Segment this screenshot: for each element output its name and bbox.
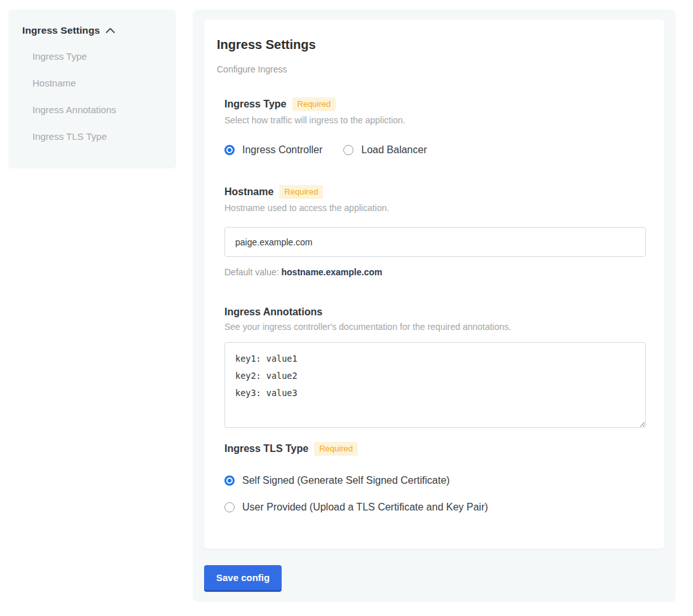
page-subtitle: Configure Ingress [217,64,645,74]
hostname-help: Hostname used to access the application. [224,203,645,213]
default-value-prefix: Default value: [224,267,282,277]
required-badge: Required [314,442,358,456]
section-ingress-annotations: Ingress Annotations See your ingress con… [224,306,645,428]
radio-ingress-controller[interactable] [224,145,235,155]
sidebar-group-label: Ingress Settings [22,25,100,36]
ingress-annotations-textarea[interactable]: key1: value1 key2: value2 key3: value3 [224,342,646,428]
radio-label-load-balancer: Load Balancer [361,144,427,156]
sidebar-item-ingress-tls-type[interactable]: Ingress TLS Type [32,130,176,143]
section-ingress-tls-type: Ingress TLS Type Required Self Signed (G… [224,442,645,513]
ingress-type-label: Ingress Type [224,99,287,110]
sidebar-item-ingress-annotations[interactable]: Ingress Annotations [32,104,176,116]
radio-label-self-signed: Self Signed (Generate Self Signed Certif… [242,475,449,486]
ingress-annotations-label: Ingress Annotations [224,306,322,318]
ingress-tls-type-label: Ingress TLS Type [224,443,308,455]
section-hostname: Hostname Required Hostname used to acces… [224,185,645,277]
sidebar-item-hostname[interactable]: Hostname [32,77,176,90]
radio-label-user-provided: User Provided (Upload a TLS Certificate … [242,502,488,513]
radio-label-ingress-controller: Ingress Controller [242,144,322,156]
radio-option-user-provided[interactable]: User Provided (Upload a TLS Certificate … [224,502,645,513]
sidebar-group-ingress-settings[interactable]: Ingress Settings [22,25,176,36]
save-config-button[interactable]: Save config [204,565,282,590]
hostname-input[interactable] [224,227,646,257]
page-title: Ingress Settings [217,38,645,52]
page: Ingress Settings Ingress Type Hostname I… [0,0,693,616]
sidebar-item-list: Ingress Type Hostname Ingress Annotation… [32,50,176,143]
required-badge: Required [292,97,336,111]
radio-option-ingress-controller[interactable]: Ingress Controller [224,144,322,156]
ingress-tls-type-options: Self Signed (Generate Self Signed Certif… [224,475,645,513]
hostname-default-line: Default value: hostname.example.com [224,267,645,277]
radio-user-provided[interactable] [224,502,235,512]
section-ingress-type: Ingress Type Required Select how traffic… [224,97,645,156]
radio-self-signed[interactable] [224,476,235,486]
radio-load-balancer[interactable] [343,145,353,155]
hostname-label: Hostname [224,186,273,198]
config-nav-sidebar: Ingress Settings Ingress Type Hostname I… [8,10,176,168]
ingress-annotations-help: See your ingress controller's documentat… [224,322,645,332]
config-card: Ingress Settings Configure Ingress Ingre… [204,20,664,549]
radio-option-self-signed[interactable]: Self Signed (Generate Self Signed Certif… [224,475,645,486]
ingress-type-help: Select how traffic will ingress to the a… [224,115,645,125]
config-panel: Ingress Settings Configure Ingress Ingre… [193,10,676,602]
sidebar-item-ingress-type[interactable]: Ingress Type [32,50,176,63]
required-badge: Required [279,185,323,199]
config-sections: Ingress Type Required Select how traffic… [224,97,645,513]
default-value-text: hostname.example.com [282,267,383,277]
radio-option-load-balancer[interactable]: Load Balancer [343,144,427,156]
ingress-type-options: Ingress Controller Load Balancer [224,144,645,156]
chevron-up-icon [106,27,115,34]
